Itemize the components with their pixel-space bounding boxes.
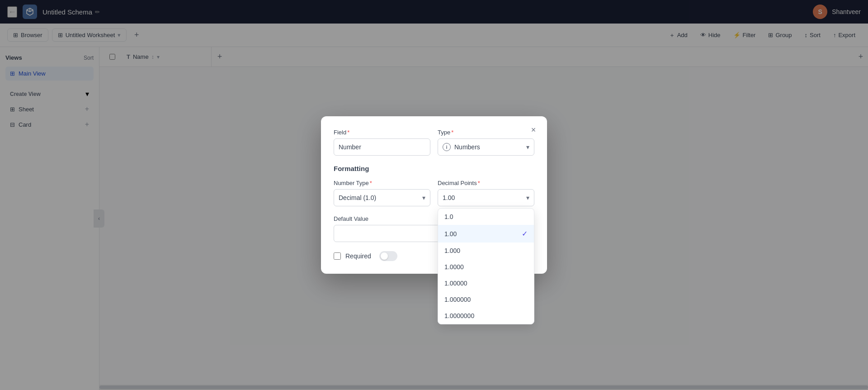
required-checkbox[interactable] bbox=[334, 252, 341, 260]
formatting-row: Number Type * Decimal (1.0) ▾ Decimal Po… bbox=[334, 180, 534, 206]
decimal-option-2[interactable]: 1.00 ✓ bbox=[438, 225, 534, 243]
type-chevron-icon: ▾ bbox=[526, 143, 529, 151]
number-type-required-star: * bbox=[370, 180, 372, 186]
modal-close-button[interactable]: × bbox=[527, 124, 540, 136]
decimal-select[interactable]: 1.00 ▾ bbox=[438, 189, 534, 206]
decimal-option-6[interactable]: 1.000000 bbox=[438, 291, 534, 308]
decimal-option-1[interactable]: 1.0 bbox=[438, 209, 534, 225]
type-required-star: * bbox=[451, 129, 453, 136]
type-group: Type * i Numbers ▾ bbox=[438, 129, 534, 156]
field-input[interactable] bbox=[334, 138, 430, 156]
formatting-title: Formatting bbox=[334, 165, 534, 172]
decimal-option-5[interactable]: 1.00000 bbox=[438, 275, 534, 291]
decimal-chevron-icon: ▾ bbox=[526, 194, 529, 201]
type-info-icon: i bbox=[443, 143, 451, 151]
type-select[interactable]: i Numbers ▾ bbox=[438, 138, 534, 156]
field-type-row: Field * Type * i Numbers ▾ bbox=[334, 129, 534, 156]
decimal-dropdown-list: 1.0 1.00 ✓ 1.000 1.0000 1.00000 1.000000 bbox=[438, 208, 534, 324]
type-label: Type * bbox=[438, 129, 534, 136]
required-toggle[interactable] bbox=[379, 251, 397, 261]
decimal-option-3[interactable]: 1.000 bbox=[438, 243, 534, 259]
number-type-select[interactable]: Decimal (1.0) ▾ bbox=[334, 189, 430, 206]
field-group: Field * bbox=[334, 129, 430, 156]
decimal-required-star: * bbox=[478, 180, 480, 186]
decimal-option-7[interactable]: 1.0000000 bbox=[438, 308, 534, 324]
field-required-star: * bbox=[347, 129, 349, 136]
decimal-group: Decimal Points * 1.00 ▾ 1.0 1.00 ✓ 1.000 bbox=[438, 180, 534, 206]
field-editor-modal: × Field * Type * i Numbers ▾ Formatti bbox=[321, 116, 547, 274]
number-type-chevron-icon: ▾ bbox=[422, 194, 425, 201]
number-type-group: Number Type * Decimal (1.0) ▾ bbox=[334, 180, 430, 206]
decimal-label: Decimal Points * bbox=[438, 180, 534, 186]
required-label: Required bbox=[345, 252, 371, 260]
selected-checkmark-icon: ✓ bbox=[522, 229, 528, 238]
number-type-label: Number Type * bbox=[334, 180, 430, 186]
field-label: Field * bbox=[334, 129, 430, 136]
decimal-option-4[interactable]: 1.0000 bbox=[438, 259, 534, 275]
